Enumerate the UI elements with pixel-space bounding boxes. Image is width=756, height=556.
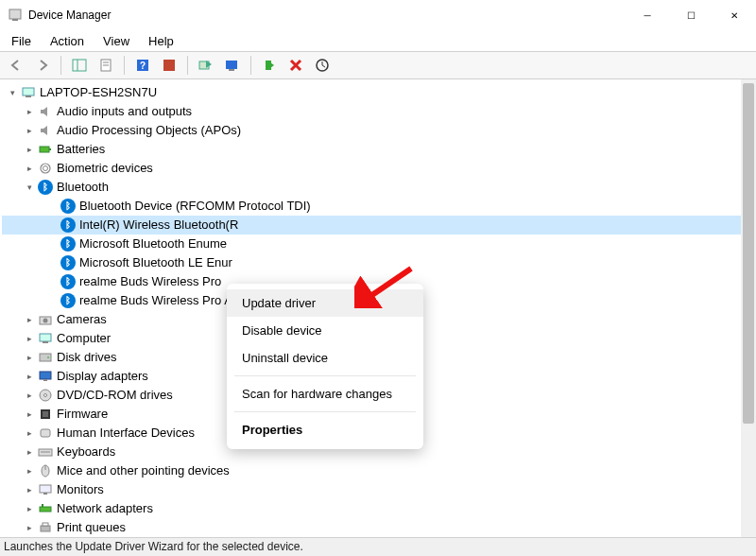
collapse-icon[interactable]: ▾ [6,83,19,102]
bluetooth-icon: ᛒ [60,217,76,233]
enable-device-button[interactable] [259,55,280,76]
expand-icon[interactable]: ▸ [23,424,36,443]
tree-category-15[interactable]: ▸Network adapters [2,499,756,518]
tree-category-16[interactable]: ▸Print queues [2,518,756,537]
tree-device-4-1[interactable]: ᛒIntel(R) Wireless Bluetooth(R [2,216,756,235]
action-button[interactable] [159,55,180,76]
tree-item-label: Audio inputs and outputs [57,102,192,121]
tree-item-label: realme Buds Wireless Pro [79,272,221,291]
help-button[interactable]: ? [132,55,153,76]
expand-icon[interactable]: ▸ [23,140,36,159]
expand-icon[interactable]: ▸ [23,159,36,178]
battery-icon [38,142,53,157]
forward-button[interactable] [32,55,53,76]
tree-device-4-0[interactable]: ᛒBluetooth Device (RFCOMM Protocol TDI) [2,197,756,216]
disk-icon [38,350,53,365]
properties-button[interactable] [95,55,116,76]
menu-help[interactable]: Help [141,32,181,50]
tree-category-4[interactable]: ▾ᛒBluetooth [2,178,756,197]
menu-disable-device[interactable]: Disable device [227,317,423,344]
menu-scan-hardware[interactable]: Scan for hardware changes [227,380,423,408]
menu-uninstall-device[interactable]: Uninstall device [227,344,423,372]
svg-rect-2 [73,60,86,71]
back-button[interactable] [6,55,26,76]
maximize-button[interactable]: ☐ [669,0,713,30]
svg-point-22 [43,319,48,323]
tree-item-label: LAPTOP-ESH2SN7U [40,83,157,102]
expand-icon[interactable]: ▸ [23,386,36,405]
expand-icon[interactable]: ▸ [23,367,36,386]
scan-button[interactable] [312,55,333,76]
bluetooth-icon: ᛒ [60,255,76,270]
tree-category-1[interactable]: ▸Audio Processing Objects (APOs) [2,121,756,140]
tree-device-4-3[interactable]: ᛒMicrosoft Bluetooth LE Enur [2,253,756,272]
keyboard-icon [38,444,53,460]
window-title: Device Manager [28,9,111,22]
update-driver-button[interactable] [196,55,216,76]
menu-update-driver[interactable]: Update driver [227,289,423,317]
expand-icon[interactable]: ▸ [23,348,36,367]
expand-icon[interactable]: ▸ [23,518,36,537]
tree-category-14[interactable]: ▸Monitors [2,480,756,499]
scan-hardware-button[interactable] [222,55,243,76]
tree-item-label: realme Buds Wireless Pro Av [79,291,238,310]
expand-icon[interactable]: ▸ [23,329,36,348]
tree-item-label: Display adapters [57,367,148,386]
svg-rect-28 [43,379,47,381]
tree-category-3[interactable]: ▸Biometric devices [2,159,756,178]
show-hide-tree-button[interactable] [69,55,90,76]
expand-icon[interactable]: ▸ [23,121,36,140]
menu-file[interactable]: File [4,32,39,50]
collapse-icon[interactable]: ▾ [23,178,36,197]
tree-item-label: Disk drives [57,348,117,367]
bluetooth-icon: ᛒ [60,236,76,252]
computer-icon [38,331,53,346]
expand-icon[interactable]: ▸ [23,480,36,499]
scrollbar-thumb[interactable] [743,83,754,424]
tree-item-label: Intel(R) Wireless Bluetooth(R [79,216,238,235]
network-icon [38,501,53,516]
svg-point-19 [41,164,50,173]
menu-action[interactable]: Action [43,32,92,50]
tree-item-label: Mice and other pointing devices [57,461,230,480]
vertical-scrollbar[interactable] [741,79,756,537]
menu-properties[interactable]: Properties [227,416,423,443]
menu-view[interactable]: View [95,32,137,50]
svg-rect-40 [40,507,51,512]
svg-rect-0 [9,9,21,19]
tree-device-4-2[interactable]: ᛒMicrosoft Bluetooth Enume [2,235,756,253]
expand-icon[interactable]: ▸ [23,499,36,518]
svg-text:?: ? [140,61,146,71]
bluetooth-icon: ᛒ [60,274,76,289]
bio-icon [38,161,53,176]
tree-item-label: Microsoft Bluetooth Enume [79,235,227,253]
tree-item-label: Microsoft Bluetooth LE Enur [79,253,232,272]
close-button[interactable]: ✕ [713,0,756,30]
tree-item-label: Cameras [57,310,107,329]
camera-icon [38,312,53,327]
context-menu: Update driver Disable device Uninstall d… [227,284,423,449]
svg-rect-38 [40,485,51,493]
tree-item-label: Biometric devices [57,159,153,178]
svg-rect-9 [163,60,175,71]
expand-icon[interactable]: ▸ [23,405,36,424]
dvd-icon [38,388,53,403]
expand-icon[interactable]: ▸ [23,310,36,329]
expand-icon[interactable]: ▸ [23,102,36,121]
svg-rect-25 [40,354,51,361]
tree-category-0[interactable]: ▸Audio inputs and outputs [2,102,756,121]
device-manager-icon [8,8,23,23]
tree-item-label: Network adapters [57,499,153,518]
bluetooth-icon: ᛒ [60,199,76,214]
expand-icon[interactable]: ▸ [23,461,36,480]
svg-rect-18 [49,148,51,150]
tree-category-2[interactable]: ▸Batteries [2,140,756,159]
content-area: ▾LAPTOP-ESH2SN7U▸Audio inputs and output… [0,79,756,537]
tree-root[interactable]: ▾LAPTOP-ESH2SN7U [2,83,756,102]
uninstall-device-button[interactable] [285,55,306,76]
minimize-button[interactable]: ─ [626,0,669,30]
tree-item-label: Print queues [57,518,126,537]
svg-rect-11 [226,61,237,69]
expand-icon[interactable]: ▸ [23,443,36,461]
tree-category-13[interactable]: ▸Mice and other pointing devices [2,461,756,480]
